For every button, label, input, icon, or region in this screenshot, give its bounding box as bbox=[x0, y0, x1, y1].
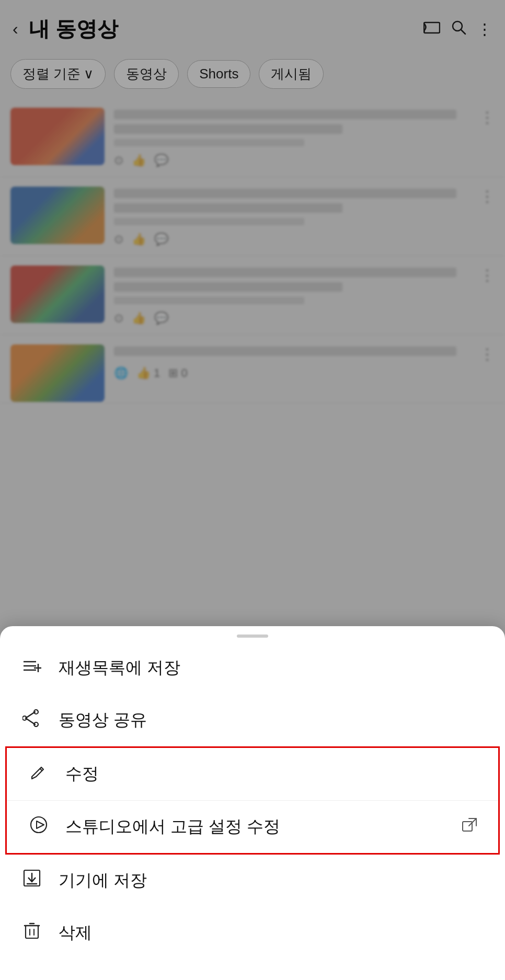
app-container: ‹ 내 동영상 ⋮ 정렬 기준 ∨ bbox=[0, 0, 505, 980]
share-video-item[interactable]: 동영상 공유 bbox=[0, 694, 505, 746]
share-icon bbox=[21, 709, 43, 731]
edit-icon bbox=[28, 763, 50, 785]
svg-rect-15 bbox=[463, 822, 472, 831]
studio-edit-label: 스튜디오에서 고급 설정 수정 bbox=[65, 815, 446, 838]
delete-item[interactable]: 삭제 bbox=[0, 907, 505, 959]
save-playlist-label: 재생목록에 저장 bbox=[59, 656, 484, 679]
save-device-label: 기기에 저장 bbox=[59, 869, 484, 892]
edit-label: 수정 bbox=[65, 763, 477, 786]
delete-label: 삭제 bbox=[59, 921, 484, 944]
highlighted-section: 수정 스튜디오에서 고급 설정 수정 bbox=[5, 746, 500, 855]
edit-item[interactable]: 수정 bbox=[7, 748, 498, 801]
share-video-label: 동영상 공유 bbox=[59, 709, 484, 732]
bottom-sheet: 재생목록에 저장 동영상 공유 bbox=[0, 626, 505, 980]
save-playlist-icon bbox=[21, 658, 43, 678]
delete-icon bbox=[21, 921, 43, 944]
sheet-handle bbox=[237, 635, 268, 638]
studio-edit-item[interactable]: 스튜디오에서 고급 설정 수정 bbox=[7, 801, 498, 853]
save-device-item[interactable]: 기기에 저장 bbox=[0, 855, 505, 907]
save-device-icon bbox=[21, 869, 43, 892]
save-playlist-item[interactable]: 재생목록에 저장 bbox=[0, 642, 505, 694]
svg-marker-14 bbox=[37, 821, 44, 828]
external-link-icon bbox=[462, 817, 477, 837]
svg-rect-20 bbox=[26, 926, 38, 938]
studio-icon bbox=[28, 815, 50, 838]
